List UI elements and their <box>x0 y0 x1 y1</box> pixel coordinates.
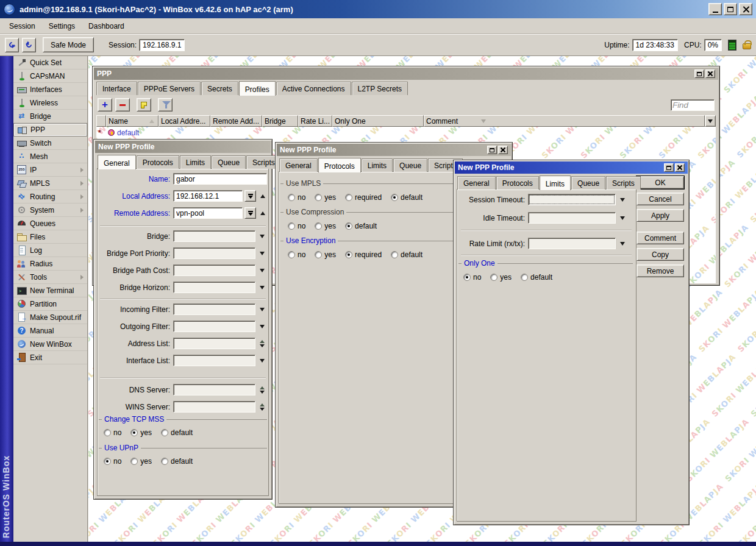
radio-yes[interactable]: yes <box>315 222 336 230</box>
stepper-arrows-icon[interactable] <box>260 340 265 347</box>
ppp-maximize-button[interactable] <box>694 69 704 78</box>
column-local-address[interactable]: Local Addre... <box>159 115 210 127</box>
radio-default[interactable]: default <box>345 222 377 230</box>
ok-button[interactable]: OK <box>637 176 684 189</box>
dns-server-input[interactable] <box>173 384 255 395</box>
maximize-button[interactable] <box>724 3 737 15</box>
dropdown-arrow-icon[interactable] <box>260 235 265 238</box>
dropdown-arrow-icon[interactable] <box>260 286 265 289</box>
tab-general[interactable]: General <box>98 155 136 169</box>
sidebar-item-system[interactable]: System <box>13 204 87 217</box>
incoming-filter-input[interactable] <box>173 303 255 315</box>
radio-default[interactable]: default <box>521 273 552 282</box>
interface-list-input[interactable] <box>173 355 255 366</box>
sidebar-item-switch[interactable]: Switch <box>13 136 87 150</box>
sidebar-item-routing[interactable]: Routing <box>13 190 87 204</box>
stepper-arrows-icon[interactable] <box>260 403 265 411</box>
apply-button[interactable]: Apply <box>637 209 684 222</box>
column-only-one[interactable]: Only One <box>332 115 424 127</box>
undo-button[interactable] <box>5 38 19 52</box>
sidebar-item-bridge[interactable]: Bridge <box>13 110 87 123</box>
sidebar-item-queues[interactable]: Queues <box>13 217 87 230</box>
sidebar-item-interfaces[interactable]: Interfaces <box>13 83 87 96</box>
maximize-button[interactable] <box>664 163 674 172</box>
sidebar-item-mesh[interactable]: Mesh <box>13 150 87 163</box>
session-value[interactable]: 192.168.9.1 <box>139 39 185 51</box>
tab-general[interactable]: General <box>279 158 318 172</box>
redo-button[interactable] <box>22 38 36 52</box>
dropdown-arrow-icon[interactable] <box>620 198 625 202</box>
close-button[interactable] <box>675 163 685 172</box>
sidebar-item-new-winbox[interactable]: New WinBox <box>13 338 87 351</box>
radio-required[interactable]: required <box>345 250 382 259</box>
menu-session[interactable]: Session <box>2 20 42 33</box>
tab-limits[interactable]: Limits <box>362 158 393 172</box>
tab-general[interactable]: General <box>457 176 496 190</box>
main-titlebar[interactable]: admin@192.168.9.1 (Skori-hAPac^2) - WinB… <box>0 0 756 18</box>
radio-no[interactable]: no <box>288 222 305 230</box>
minimize-button[interactable] <box>708 3 722 15</box>
column-remote-address[interactable]: Remote Add... <box>210 115 262 127</box>
tab-secrets[interactable]: Secrets <box>201 82 238 95</box>
dropdown-arrow-icon[interactable] <box>260 308 265 311</box>
dropdown-arrow-icon[interactable] <box>260 252 265 255</box>
bridge-port-priority-input[interactable] <box>173 247 255 259</box>
column-name[interactable]: Name <box>106 115 159 127</box>
tab-queue[interactable]: Queue <box>571 176 605 190</box>
menu-dashboard[interactable]: Dashboard <box>82 20 131 33</box>
column-comment[interactable]: Comment <box>424 115 705 127</box>
tab-active-connections[interactable]: Active Connections <box>276 82 351 95</box>
ppp-window-titlebar[interactable]: PPP <box>94 68 718 80</box>
sidebar-item-ip[interactable]: IP <box>13 163 87 177</box>
radio-yes[interactable]: yes <box>315 193 336 202</box>
radio-no[interactable]: no <box>288 250 305 259</box>
table-row[interactable]: * default <box>96 127 159 138</box>
radio-required[interactable]: required <box>345 193 382 202</box>
sidebar-item-manual[interactable]: Manual <box>13 324 87 338</box>
sidebar-item-log[interactable]: Log <box>13 244 87 257</box>
copy-button[interactable]: Copy <box>637 248 684 261</box>
profile-protocols-titlebar[interactable]: New PPP Profile <box>277 144 511 156</box>
remove-button[interactable]: Remove <box>637 264 684 277</box>
tab-interface[interactable]: Interface <box>96 82 137 95</box>
dropdown-arrow-icon[interactable] <box>260 269 265 272</box>
radio-yes[interactable]: yes <box>130 428 152 437</box>
tab-protocols[interactable]: Protocols <box>137 155 179 169</box>
menu-settings[interactable]: Settings <box>42 20 82 33</box>
radio-default[interactable]: default <box>161 428 193 437</box>
close-button[interactable] <box>739 3 752 15</box>
radio-yes[interactable]: yes <box>315 250 336 259</box>
tab-l2tp-secrets[interactable]: L2TP Secrets <box>352 82 408 95</box>
rate-limit-input[interactable] <box>528 238 616 249</box>
remove-button[interactable] <box>115 98 130 112</box>
sidebar-item-exit[interactable]: Exit <box>13 351 87 364</box>
radio-no[interactable]: no <box>104 428 121 437</box>
cancel-button[interactable]: Cancel <box>637 193 684 205</box>
sidebar-item-mpls[interactable]: MPLS <box>13 177 87 190</box>
column-bridge[interactable]: Bridge <box>262 115 298 127</box>
comment-button[interactable]: Comment <box>637 232 684 244</box>
sidebar-item-make-supout[interactable]: Make Supout.rif <box>13 311 87 324</box>
tab-queue[interactable]: Queue <box>393 158 427 172</box>
sidebar-item-files[interactable]: Files <box>13 230 87 244</box>
profile-general-titlebar[interactable]: New PPP Profile <box>95 141 271 153</box>
dropdown-arrow-icon[interactable] <box>620 242 625 246</box>
address-list-input[interactable] <box>173 338 255 349</box>
session-timeout-input[interactable] <box>528 194 616 205</box>
remote-address-input[interactable] <box>173 207 243 219</box>
sidebar-item-partition[interactable]: Partition <box>13 297 87 311</box>
sidebar-item-quick-set[interactable]: Quick Set <box>13 56 87 69</box>
dropdown-arrow-icon[interactable] <box>260 325 265 328</box>
safe-mode-button[interactable]: Safe Mode <box>43 37 94 52</box>
sidebar-item-new-terminal[interactable]: New Terminal <box>13 284 87 297</box>
stepper-arrows-icon[interactable] <box>260 386 265 394</box>
close-button[interactable] <box>498 146 508 154</box>
bridge-input[interactable] <box>173 230 255 242</box>
radio-yes[interactable]: yes <box>490 273 512 282</box>
idle-timeout-input[interactable] <box>528 212 616 224</box>
add-button[interactable]: + <box>98 98 112 112</box>
radio-default[interactable]: default <box>161 457 193 466</box>
column-flag[interactable] <box>96 115 106 127</box>
profile-limits-titlebar[interactable]: New PPP Profile <box>455 161 688 174</box>
radio-no[interactable]: no <box>463 273 481 282</box>
